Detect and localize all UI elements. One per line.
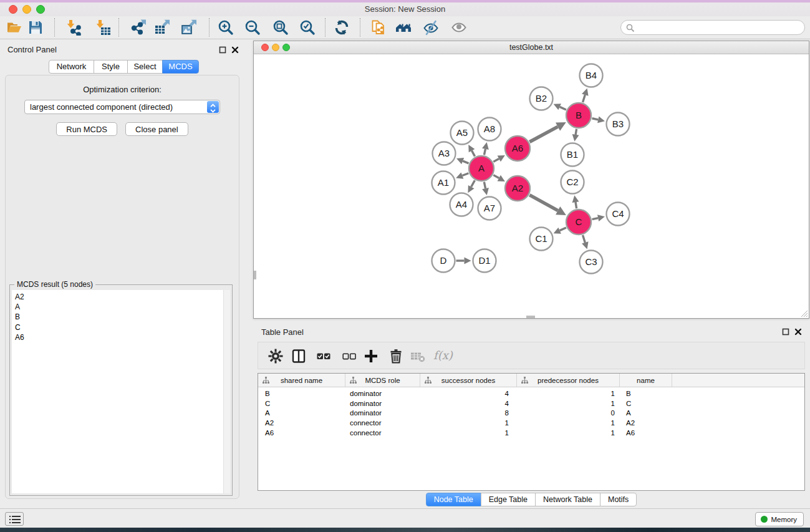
cell-successor-nodes[interactable]: 1 bbox=[420, 428, 517, 438]
select-all-icon[interactable] bbox=[316, 348, 332, 364]
graph-node-B1[interactable]: B1 bbox=[561, 143, 584, 167]
graph-node-C1[interactable]: C1 bbox=[530, 228, 553, 251]
cell-mcds-role[interactable]: connector bbox=[345, 418, 420, 428]
open-session-icon[interactable] bbox=[6, 19, 22, 36]
cell-name[interactable]: A2 bbox=[620, 418, 672, 428]
graph-edge-B-B2[interactable] bbox=[560, 107, 566, 110]
graph-node-B[interactable]: B bbox=[566, 103, 591, 128]
result-item[interactable]: A6 bbox=[12, 332, 230, 342]
hide-selected-icon[interactable] bbox=[423, 19, 439, 36]
cell-name[interactable]: A6 bbox=[620, 428, 672, 438]
graph-node-A8[interactable]: A8 bbox=[478, 118, 501, 141]
cell-predecessor-nodes[interactable]: 1 bbox=[517, 389, 620, 399]
graph-edge-B-B1[interactable] bbox=[576, 129, 576, 135]
optimization-criterion-select[interactable]: largest connected component (directed) bbox=[24, 100, 220, 114]
close-panel-button[interactable]: Close panel bbox=[125, 122, 188, 136]
graph-node-A5[interactable]: A5 bbox=[451, 122, 474, 145]
cell-shared-name[interactable]: C bbox=[258, 399, 345, 409]
mcds-result-list[interactable]: A2 A B C A6 bbox=[12, 290, 230, 493]
show-columns-icon[interactable] bbox=[291, 348, 307, 364]
table-row[interactable]: A6 connector 1 1 A6 bbox=[258, 428, 804, 438]
network-canvas[interactable]: B4B2BB3A5A8A6A3B1AA1C2A2A4A7CC4C1C3DD1 bbox=[254, 54, 809, 318]
graph-node-B2[interactable]: B2 bbox=[530, 87, 553, 110]
network-window-titlebar[interactable]: testGlobe.txt bbox=[254, 41, 809, 54]
cell-predecessor-nodes[interactable]: 1 bbox=[517, 428, 620, 438]
cell-name[interactable]: A bbox=[620, 409, 672, 418]
tab-mcds[interactable]: MCDS bbox=[162, 60, 199, 74]
zoom-selected-icon[interactable] bbox=[299, 19, 316, 36]
cell-mcds-role[interactable]: dominator bbox=[345, 389, 420, 399]
float-panel-icon[interactable] bbox=[218, 46, 227, 54]
graph-edge-C-C3[interactable] bbox=[583, 235, 586, 243]
show-all-icon[interactable] bbox=[451, 19, 467, 36]
new-network-from-selection-icon[interactable] bbox=[370, 19, 387, 36]
table-row[interactable]: B dominator 4 1 B bbox=[258, 389, 804, 399]
save-session-icon[interactable] bbox=[27, 19, 44, 36]
table-row[interactable]: C dominator 4 1 C bbox=[258, 399, 804, 409]
graph-node-C[interactable]: C bbox=[566, 210, 591, 235]
refresh-layout-icon[interactable] bbox=[334, 19, 350, 36]
import-table-icon[interactable] bbox=[95, 19, 111, 36]
graph-node-C2[interactable]: C2 bbox=[561, 171, 584, 194]
memory-button[interactable]: Memory bbox=[755, 512, 804, 526]
graph-edge-A-A1[interactable] bbox=[462, 173, 468, 176]
graph-node-C4[interactable]: C4 bbox=[607, 203, 630, 226]
add-column-icon[interactable] bbox=[363, 348, 379, 364]
close-table-panel-icon[interactable] bbox=[794, 327, 803, 336]
graph-node-A2[interactable]: A2 bbox=[505, 176, 530, 201]
result-scrollbar[interactable] bbox=[223, 290, 230, 493]
graph-node-A[interactable]: A bbox=[469, 156, 494, 181]
task-history-button[interactable] bbox=[5, 512, 24, 526]
cell-successor-nodes[interactable]: 4 bbox=[420, 399, 517, 409]
result-item[interactable]: B bbox=[12, 312, 230, 322]
graph-node-A1[interactable]: A1 bbox=[432, 172, 455, 195]
first-neighbors-icon[interactable] bbox=[395, 19, 412, 36]
graph-node-D1[interactable]: D1 bbox=[473, 249, 496, 273]
import-network-icon[interactable] bbox=[65, 19, 82, 36]
graph-edge-A6-B[interactable] bbox=[529, 127, 557, 142]
cell-predecessor-nodes[interactable]: 1 bbox=[517, 399, 620, 409]
column-header-mcds-role[interactable]: MCDS role bbox=[345, 374, 420, 387]
tab-select[interactable]: Select bbox=[127, 60, 163, 74]
graph-node-A7[interactable]: A7 bbox=[478, 197, 501, 220]
search-input[interactable] bbox=[637, 21, 799, 34]
tab-motifs[interactable]: Motifs bbox=[600, 493, 637, 506]
result-item[interactable]: A2 bbox=[12, 292, 230, 302]
cell-shared-name[interactable]: A2 bbox=[258, 418, 345, 428]
column-header-predecessor-nodes[interactable]: predecessor nodes bbox=[517, 374, 620, 387]
graph-edge-C-C4[interactable] bbox=[592, 218, 599, 220]
graph-edge-A-A5[interactable] bbox=[472, 151, 475, 157]
column-header-successor-nodes[interactable]: successor nodes bbox=[420, 374, 517, 387]
cell-name[interactable]: B bbox=[620, 389, 672, 399]
cell-shared-name[interactable]: A bbox=[258, 409, 345, 418]
graph-node-A6[interactable]: A6 bbox=[505, 136, 530, 161]
cell-mcds-role[interactable]: dominator bbox=[345, 399, 420, 409]
graph-node-A4[interactable]: A4 bbox=[450, 193, 473, 216]
cell-shared-name[interactable]: A6 bbox=[258, 428, 345, 438]
graph-node-D[interactable]: D bbox=[432, 249, 455, 273]
graph-edge-A2-C[interactable] bbox=[529, 195, 557, 211]
tab-node-table[interactable]: Node Table bbox=[426, 493, 481, 506]
cell-successor-nodes[interactable]: 8 bbox=[420, 409, 517, 418]
cell-predecessor-nodes[interactable]: 0 bbox=[517, 409, 620, 418]
zoom-fit-icon[interactable] bbox=[272, 19, 289, 36]
cell-successor-nodes[interactable]: 4 bbox=[420, 389, 517, 399]
graph-node-C3[interactable]: C3 bbox=[580, 251, 603, 274]
graph-node-B3[interactable]: B3 bbox=[607, 113, 630, 136]
export-image-icon[interactable] bbox=[181, 19, 197, 36]
graph-edge-A-A4[interactable] bbox=[471, 180, 475, 186]
zoom-out-icon[interactable] bbox=[244, 19, 261, 36]
float-table-panel-icon[interactable] bbox=[781, 327, 790, 336]
cell-shared-name[interactable]: B bbox=[258, 389, 345, 399]
cell-name[interactable]: C bbox=[620, 399, 672, 409]
tab-network-table[interactable]: Network Table bbox=[535, 493, 600, 506]
graph-edge-A-A3[interactable] bbox=[463, 161, 468, 163]
run-mcds-button[interactable]: Run MCDS bbox=[56, 122, 117, 136]
table-row[interactable]: A dominator 8 0 A bbox=[258, 409, 804, 418]
graph-edge-A-A6[interactable] bbox=[493, 158, 499, 162]
column-header-name[interactable]: name bbox=[620, 374, 672, 387]
network-graph[interactable]: B4B2BB3A5A8A6A3B1AA1C2A2A4A7CC4C1C3DD1 bbox=[254, 54, 809, 318]
close-control-panel-icon[interactable] bbox=[231, 46, 239, 54]
table-mode-gear-icon[interactable] bbox=[268, 348, 284, 364]
result-item[interactable]: A bbox=[12, 302, 230, 312]
